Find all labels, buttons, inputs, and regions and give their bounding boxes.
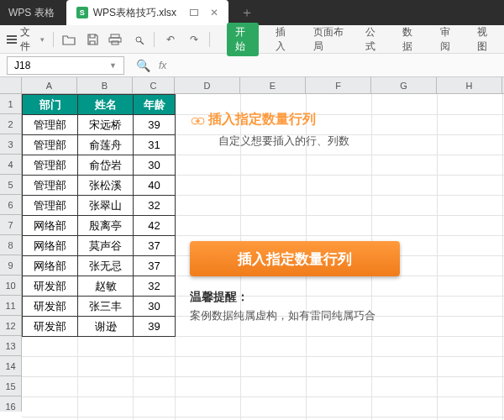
column-header[interactable]: B <box>77 77 133 93</box>
undo-icon[interactable]: ↶ <box>163 31 177 48</box>
table-cell[interactable]: 张三丰 <box>78 297 134 317</box>
table-cell[interactable]: 37 <box>134 236 176 256</box>
insert-rows-cols-button[interactable]: 插入指定数量行列 <box>190 241 400 276</box>
ribbon-tab-2[interactable]: 页面布局 <box>308 23 349 56</box>
table-cell[interactable]: 张翠山 <box>78 196 134 216</box>
spreadsheet-grid[interactable]: 12345678910111213141516 ABCDEFGH 部门姓名年龄 … <box>0 77 504 420</box>
overlay-subtitle: 自定义想要插入的行、列数 <box>218 134 475 149</box>
preview-icon[interactable] <box>131 31 145 48</box>
table-cell[interactable]: 40 <box>134 176 176 196</box>
separator <box>53 32 54 47</box>
ribbon-tab-5[interactable]: 审阅 <box>435 23 460 56</box>
table-cell[interactable]: 赵敏 <box>78 276 134 297</box>
table-cell[interactable]: 俞岱岩 <box>78 155 134 176</box>
column-header[interactable]: F <box>306 77 371 93</box>
row-header[interactable]: 9 <box>0 255 21 276</box>
chevron-down-icon: ▾ <box>40 35 45 44</box>
row-header[interactable]: 5 <box>0 175 21 195</box>
table-cell[interactable]: 31 <box>134 135 176 155</box>
ribbon-tab-1[interactable]: 插入 <box>270 23 296 56</box>
table-cell[interactable]: 莫声谷 <box>78 236 134 256</box>
table-cell[interactable]: 30 <box>134 297 176 317</box>
table-cell[interactable]: 研发部 <box>23 297 78 317</box>
row-header[interactable]: 3 <box>0 134 21 155</box>
open-icon[interactable] <box>61 31 76 48</box>
table-cell[interactable]: 32 <box>134 276 176 297</box>
chevron-down-icon[interactable]: ▼ <box>109 61 117 70</box>
table-cell[interactable]: 32 <box>134 196 176 216</box>
table-cell[interactable]: 管理部 <box>23 155 78 176</box>
ribbon-tab-4[interactable]: 数据 <box>397 23 423 56</box>
tip-text: 案例数据纯属虚构，如有雷同纯属巧合 <box>190 308 475 323</box>
ribbon-tab-6[interactable]: 视图 <box>472 23 497 56</box>
fx-label[interactable]: fx <box>159 60 166 71</box>
table-cell[interactable]: 张松溪 <box>78 176 134 196</box>
file-menu[interactable]: 文件 ▾ <box>7 25 45 54</box>
table-cell[interactable]: 殷离亭 <box>78 216 134 236</box>
table-cell[interactable]: 39 <box>134 317 176 337</box>
select-all-corner[interactable] <box>0 77 22 94</box>
table-row: 管理部俞莲舟31 <box>23 135 176 155</box>
column-header[interactable]: D <box>175 77 240 93</box>
row-header[interactable]: 6 <box>0 195 21 215</box>
table-cell[interactable]: 39 <box>134 115 176 135</box>
table-cell[interactable]: 37 <box>134 256 176 276</box>
svg-rect-0 <box>111 34 119 38</box>
table-cell[interactable]: 网络部 <box>23 256 78 276</box>
ribbon-tab-0[interactable]: 开始 <box>227 23 259 56</box>
titlebar: WPS 表格 S WPS表格技巧.xlsx ✕ ＋ <box>0 0 504 25</box>
ribbon-tabs: 开始插入页面布局公式数据审阅视图 <box>227 23 497 56</box>
cell-reference-input[interactable]: J18 ▼ <box>7 56 124 75</box>
table-cell[interactable]: 网络部 <box>23 236 78 256</box>
row-header[interactable]: 1 <box>0 94 21 114</box>
table-cell[interactable]: 42 <box>134 216 176 236</box>
table-cell[interactable]: 宋远桥 <box>78 115 134 135</box>
table-row: 研发部谢逊39 <box>23 317 176 337</box>
print-icon[interactable] <box>108 31 122 48</box>
table-cell[interactable]: 张无忌 <box>78 256 134 276</box>
table-cell[interactable]: 研发部 <box>23 317 78 337</box>
column-header[interactable]: E <box>240 77 306 93</box>
table-cell[interactable]: 管理部 <box>23 176 78 196</box>
row-header[interactable]: 4 <box>0 155 21 175</box>
row-header[interactable]: 2 <box>0 114 21 134</box>
document-tab[interactable]: S WPS表格技巧.xlsx ✕ <box>66 0 228 25</box>
table-header: 姓名 <box>78 95 134 115</box>
row-header[interactable]: 8 <box>0 235 21 255</box>
table-row: 研发部赵敏32 <box>23 276 176 297</box>
table-cell[interactable]: 研发部 <box>23 276 78 297</box>
sheet-icon: S <box>76 7 88 18</box>
close-icon[interactable]: ✕ <box>210 7 218 18</box>
data-table: 部门姓名年龄 管理部宋远桥39管理部俞莲舟31管理部俞岱岩30管理部张松溪40管… <box>22 94 176 337</box>
column-header[interactable]: G <box>371 77 437 93</box>
row-header[interactable]: 14 <box>0 356 21 376</box>
save-icon[interactable] <box>85 31 99 48</box>
table-row: 网络部张无忌37 <box>23 256 176 276</box>
add-tab-icon[interactable]: ＋ <box>240 4 254 22</box>
row-header[interactable]: 11 <box>0 296 21 316</box>
row-header[interactable]: 16 <box>0 396 21 412</box>
table-cell[interactable]: 管理部 <box>23 115 78 135</box>
row-header[interactable]: 15 <box>0 376 21 396</box>
row-header[interactable]: 7 <box>0 215 21 235</box>
formula-bar: J18 ▼ 🔍 fx <box>0 54 504 77</box>
column-header[interactable]: C <box>133 77 175 93</box>
redo-icon[interactable]: ↷ <box>186 31 201 48</box>
ribbon-tab-3[interactable]: 公式 <box>360 23 386 56</box>
row-header[interactable]: 10 <box>0 276 21 296</box>
table-cell[interactable]: 管理部 <box>23 196 78 216</box>
table-header: 部门 <box>23 95 78 115</box>
column-header[interactable]: A <box>22 77 77 93</box>
table-cell[interactable]: 谢逊 <box>78 317 134 337</box>
column-header[interactable]: H <box>437 77 502 93</box>
table-cell[interactable]: 管理部 <box>23 135 78 155</box>
table-cell[interactable]: 30 <box>134 155 176 176</box>
search-icon[interactable]: 🔍 <box>136 59 150 72</box>
table-row: 管理部俞岱岩30 <box>23 155 176 176</box>
row-header[interactable]: 13 <box>0 336 21 356</box>
separator <box>209 32 210 47</box>
window-restore-icon[interactable] <box>190 9 198 16</box>
row-header[interactable]: 12 <box>0 316 21 336</box>
table-cell[interactable]: 俞莲舟 <box>78 135 134 155</box>
table-cell[interactable]: 网络部 <box>23 216 78 236</box>
